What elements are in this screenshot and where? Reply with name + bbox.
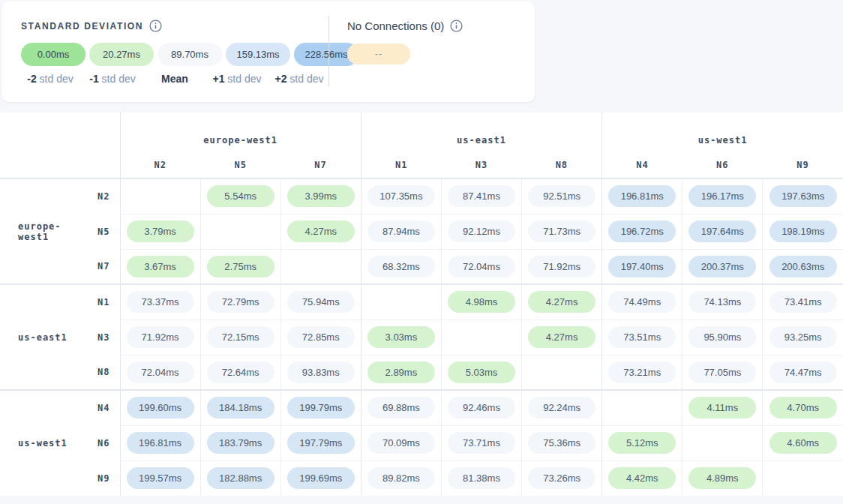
cell-N7-N4[interactable]: 197.40ms xyxy=(602,249,682,284)
cell-N2-N3[interactable]: 87.41ms xyxy=(441,178,521,214)
latency-pill[interactable]: 93.83ms xyxy=(287,362,355,383)
cell-N9-N7[interactable]: 199.69ms xyxy=(280,460,361,496)
latency-pill[interactable]: 70.09ms xyxy=(368,432,435,454)
latency-pill[interactable]: 71.73ms xyxy=(528,220,596,242)
cell-N5-N3[interactable]: 92.12ms xyxy=(441,214,521,249)
latency-pill[interactable]: 196.17ms xyxy=(688,185,756,207)
latency-pill[interactable]: 199.79ms xyxy=(287,397,355,418)
latency-pill[interactable]: 87.94ms xyxy=(368,220,435,242)
cell-N1-N3[interactable]: 4.98ms xyxy=(441,284,521,320)
cell-N1-N6[interactable]: 74.13ms xyxy=(682,284,763,320)
latency-pill[interactable]: 2.75ms xyxy=(207,256,274,278)
latency-pill[interactable]: 72.15ms xyxy=(207,326,274,348)
cell-N5-N4[interactable]: 196.72ms xyxy=(602,214,682,249)
latency-pill[interactable]: 73.21ms xyxy=(608,362,676,383)
cell-N1-N2[interactable]: 73.37ms xyxy=(120,284,200,320)
latency-pill[interactable]: 92.46ms xyxy=(448,397,515,418)
latency-pill[interactable]: 199.60ms xyxy=(127,397,194,418)
cell-N8-N5[interactable]: 72.64ms xyxy=(200,355,280,390)
cell-N4-N5[interactable]: 184.18ms xyxy=(200,390,280,425)
cell-N8-N7[interactable]: 93.83ms xyxy=(280,355,361,390)
latency-pill[interactable]: 4.27ms xyxy=(528,326,596,348)
cell-N2-N5[interactable]: 5.54ms xyxy=(200,178,280,214)
latency-pill[interactable]: 74.13ms xyxy=(688,291,756,313)
latency-pill[interactable]: 4.98ms xyxy=(448,291,515,313)
cell-N4-N1[interactable]: 69.88ms xyxy=(361,390,441,425)
cell-N4-N6[interactable]: 4.11ms xyxy=(682,390,763,425)
cell-N1-N4[interactable]: 74.49ms xyxy=(602,284,682,320)
cell-N5-N1[interactable]: 87.94ms xyxy=(361,214,441,249)
latency-pill[interactable]: 3.79ms xyxy=(127,220,194,242)
cell-N2-N6[interactable]: 196.17ms xyxy=(682,178,763,214)
latency-pill[interactable]: 183.79ms xyxy=(207,432,274,454)
latency-pill[interactable]: 4.11ms xyxy=(688,397,756,418)
cell-N5-N8[interactable]: 71.73ms xyxy=(522,214,602,249)
latency-pill[interactable]: 75.36ms xyxy=(528,432,596,454)
latency-pill[interactable]: 69.88ms xyxy=(368,397,435,418)
latency-pill[interactable]: 197.64ms xyxy=(688,220,756,242)
cell-N6-N7[interactable]: 197.79ms xyxy=(280,425,361,460)
latency-pill[interactable]: 200.63ms xyxy=(770,256,837,278)
latency-pill[interactable]: 199.57ms xyxy=(127,467,194,489)
latency-pill[interactable]: 92.24ms xyxy=(528,397,596,418)
cell-N5-N2[interactable]: 3.79ms xyxy=(120,214,200,249)
cell-N7-N6[interactable]: 200.37ms xyxy=(682,249,763,284)
cell-N8-N3[interactable]: 5.03ms xyxy=(441,355,521,390)
cell-N7-N5[interactable]: 2.75ms xyxy=(200,249,280,284)
latency-pill[interactable]: 68.32ms xyxy=(368,256,435,278)
cell-N9-N2[interactable]: 199.57ms xyxy=(120,460,200,496)
latency-pill[interactable]: 107.35ms xyxy=(368,185,435,207)
cell-N8-N2[interactable]: 72.04ms xyxy=(120,355,200,390)
cell-N3-N5[interactable]: 72.15ms xyxy=(200,320,280,355)
cell-N2-N1[interactable]: 107.35ms xyxy=(361,178,441,214)
cell-N6-N1[interactable]: 70.09ms xyxy=(361,425,441,460)
cell-N4-N8[interactable]: 92.24ms xyxy=(522,390,602,425)
latency-pill[interactable]: 73.41ms xyxy=(770,291,837,313)
latency-pill[interactable]: 72.04ms xyxy=(448,256,515,278)
cell-N4-N3[interactable]: 92.46ms xyxy=(441,390,521,425)
latency-pill[interactable]: 73.37ms xyxy=(127,291,194,313)
latency-pill[interactable]: 4.89ms xyxy=(688,467,756,489)
latency-pill[interactable]: 197.79ms xyxy=(287,432,355,454)
latency-pill[interactable]: 73.71ms xyxy=(448,432,515,454)
latency-pill[interactable]: 74.49ms xyxy=(608,291,676,313)
cell-N7-N1[interactable]: 68.32ms xyxy=(361,249,441,284)
cell-N6-N4[interactable]: 5.12ms xyxy=(602,425,682,460)
latency-pill[interactable]: 73.26ms xyxy=(528,467,596,489)
cell-N7-N3[interactable]: 72.04ms xyxy=(441,249,521,284)
cell-N3-N2[interactable]: 71.92ms xyxy=(120,320,200,355)
latency-pill[interactable]: 95.90ms xyxy=(688,326,756,348)
latency-pill[interactable]: 199.69ms xyxy=(287,467,355,489)
cell-N9-N3[interactable]: 81.38ms xyxy=(441,460,521,496)
latency-pill[interactable]: 4.27ms xyxy=(287,220,355,242)
cell-N6-N2[interactable]: 196.81ms xyxy=(120,425,200,460)
latency-pill[interactable]: 71.92ms xyxy=(528,256,596,278)
cell-N4-N9[interactable]: 4.70ms xyxy=(763,390,843,425)
cell-N5-N6[interactable]: 197.64ms xyxy=(682,214,763,249)
cell-N9-N4[interactable]: 4.42ms xyxy=(602,460,682,496)
latency-pill[interactable]: 89.82ms xyxy=(368,467,435,489)
cell-N4-N2[interactable]: 199.60ms xyxy=(120,390,200,425)
cell-N9-N8[interactable]: 73.26ms xyxy=(522,460,602,496)
latency-pill[interactable]: 93.25ms xyxy=(770,326,837,348)
latency-pill[interactable]: 5.12ms xyxy=(608,432,676,454)
cell-N7-N9[interactable]: 200.63ms xyxy=(763,249,843,284)
latency-pill[interactable]: 196.81ms xyxy=(608,185,676,207)
latency-pill[interactable]: 72.79ms xyxy=(207,291,274,313)
latency-pill[interactable]: 3.03ms xyxy=(368,326,435,348)
latency-pill[interactable]: 5.03ms xyxy=(448,362,515,383)
latency-pill[interactable]: 4.70ms xyxy=(770,397,837,418)
cell-N3-N1[interactable]: 3.03ms xyxy=(361,320,441,355)
cell-N8-N1[interactable]: 2.89ms xyxy=(361,355,441,390)
cell-N7-N2[interactable]: 3.67ms xyxy=(120,249,200,284)
cell-N2-N9[interactable]: 197.63ms xyxy=(763,178,843,214)
latency-pill[interactable]: 72.64ms xyxy=(207,362,274,383)
latency-pill[interactable]: 71.92ms xyxy=(127,326,194,348)
latency-pill[interactable]: 196.72ms xyxy=(608,220,676,242)
cell-N7-N8[interactable]: 71.92ms xyxy=(522,249,602,284)
cell-N8-N6[interactable]: 77.05ms xyxy=(682,355,763,390)
cell-N6-N8[interactable]: 75.36ms xyxy=(522,425,602,460)
latency-pill[interactable]: 3.99ms xyxy=(287,185,355,207)
cell-N4-N7[interactable]: 199.79ms xyxy=(280,390,361,425)
cell-N6-N9[interactable]: 4.60ms xyxy=(763,425,843,460)
